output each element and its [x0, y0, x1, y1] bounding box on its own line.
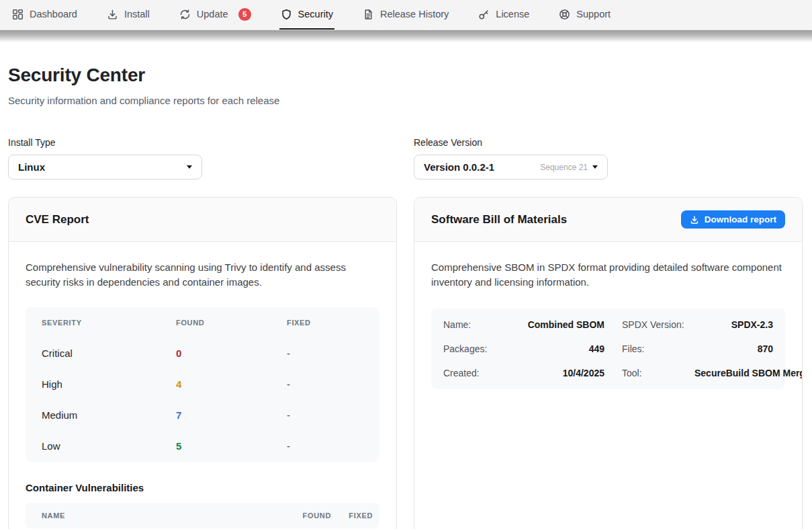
- fixed-count: -: [287, 348, 363, 359]
- cve-card-body: Comprehensive vulnerability scanning usi…: [9, 242, 396, 529]
- key-icon: [478, 9, 490, 20]
- table-row-medium: Medium 7 -: [26, 400, 379, 431]
- page-subtitle: Security information and compliance repo…: [8, 95, 803, 106]
- detail-value: SecureBuild SBOM Merger: [694, 368, 803, 378]
- table-row-low: Low 5 -: [26, 431, 379, 462]
- install-type-select[interactable]: Linux: [8, 155, 202, 179]
- release-version-value: Version 0.0.2-1: [424, 161, 494, 173]
- sequence-tag: Sequence 21: [540, 163, 588, 172]
- detail-label: SPDX Version:: [622, 319, 694, 330]
- install-type-filter: Install Type Linux: [8, 137, 397, 179]
- nav-tab-label: Dashboard: [30, 9, 77, 19]
- nav-tab-label: Release History: [380, 9, 449, 19]
- cards-row: CVE Report Comprehensive vulnerability s…: [8, 197, 803, 529]
- download-report-label: Download report: [705, 214, 776, 225]
- shield-icon: [281, 9, 292, 20]
- dashboard-icon: [12, 9, 24, 20]
- sbom-card-title: Software Bill of Materials: [431, 213, 567, 227]
- nav-tab-security[interactable]: Security: [279, 0, 334, 30]
- cve-description: Comprehensive vulnerability scanning usi…: [26, 260, 379, 290]
- severity-label: High: [42, 378, 176, 390]
- release-version-filter: Release Version Version 0.0.2-1 Sequence…: [414, 137, 803, 179]
- found-count: 0: [176, 348, 287, 359]
- table-row-high: High 4 -: [26, 369, 379, 400]
- release-version-select[interactable]: Version 0.0.2-1 Sequence 21: [414, 155, 608, 179]
- severity-table-header: SEVERITY FOUND FIXED: [26, 307, 379, 338]
- detail-value: 10/4/2025: [505, 368, 604, 378]
- nav-tab-support[interactable]: Support: [557, 0, 612, 30]
- column-header-fixed: FIXED: [287, 319, 363, 327]
- page-title: Security Center: [8, 65, 803, 86]
- container-vulnerabilities-table-header: NAME FOUND FIXED: [26, 503, 379, 528]
- cve-card-header: CVE Report: [9, 198, 396, 242]
- column-header-severity: SEVERITY: [42, 319, 176, 327]
- nav-tab-install[interactable]: Install: [105, 0, 151, 30]
- detail-label: Created:: [443, 368, 505, 378]
- chevron-down-icon: [187, 165, 192, 169]
- detail-label: Files:: [622, 343, 694, 354]
- download-icon: [107, 9, 118, 20]
- nav-tab-update[interactable]: Update 5: [178, 0, 253, 30]
- severity-label: Critical: [42, 348, 176, 359]
- sbom-card-header: Software Bill of Materials Download repo…: [414, 198, 802, 242]
- security-center-screen: Dashboard Install Update 5: [0, 0, 812, 529]
- sbom-details-table: Name: Combined SBOM SPDX Version: SPDX-2…: [431, 309, 785, 389]
- severity-label: Low: [42, 440, 176, 452]
- download-report-button[interactable]: Download report: [681, 210, 785, 229]
- sbom-row-name-spdx: Name: Combined SBOM SPDX Version: SPDX-2…: [443, 313, 773, 337]
- document-icon: [363, 9, 374, 20]
- detail-value: SPDX-2.3: [694, 319, 773, 330]
- release-version-label: Release Version: [414, 137, 803, 148]
- sbom-card: Software Bill of Materials Download repo…: [414, 197, 803, 529]
- refresh-icon: [179, 9, 191, 20]
- severity-table: SEVERITY FOUND FIXED Critical 0 - High 4: [26, 307, 379, 462]
- detail-label: Tool:: [622, 368, 694, 378]
- nav-tab-label: Update: [197, 9, 228, 19]
- column-header-found: FOUND: [176, 319, 287, 327]
- detail-value: 870: [694, 343, 773, 354]
- detail-value: 449: [505, 343, 604, 354]
- found-count: 5: [176, 440, 287, 452]
- cve-card-title: CVE Report: [26, 213, 89, 227]
- fixed-count: -: [287, 440, 363, 452]
- chevron-down-icon: [592, 165, 598, 169]
- fixed-count: -: [287, 378, 363, 390]
- fixed-count: -: [287, 409, 363, 421]
- download-icon: [690, 215, 699, 225]
- nav-tab-release-history[interactable]: Release History: [361, 0, 450, 30]
- column-header-name: NAME: [42, 512, 277, 520]
- nav-tab-label: Security: [298, 9, 333, 19]
- sbom-description: Comprehensive SBOM in SPDX format provid…: [431, 260, 785, 290]
- detail-value: Combined SBOM: [505, 319, 604, 330]
- nav-tab-dashboard[interactable]: Dashboard: [11, 0, 79, 30]
- detail-label: Name:: [443, 319, 505, 330]
- sbom-row-packages-files: Packages: 449 Files: 870: [443, 337, 773, 361]
- install-type-label: Install Type: [8, 137, 397, 148]
- nav-tab-label: License: [496, 9, 529, 19]
- cve-report-card: CVE Report Comprehensive vulnerability s…: [8, 197, 397, 529]
- sbom-row-created-tool: Created: 10/4/2025 Tool: SecureBuild SBO…: [443, 361, 773, 385]
- column-header-fixed: FIXED: [331, 512, 373, 520]
- severity-label: Medium: [42, 409, 176, 421]
- table-row-critical: Critical 0 -: [26, 338, 379, 369]
- install-type-value: Linux: [18, 161, 45, 173]
- column-header-found: FOUND: [277, 512, 331, 520]
- filters-row: Install Type Linux Release Version Versi…: [8, 137, 803, 179]
- nav-tab-label: Install: [124, 9, 150, 19]
- detail-label: Packages:: [443, 343, 505, 354]
- main-content: Security Center Security information and…: [0, 65, 812, 529]
- nav-tab-license[interactable]: License: [477, 0, 531, 30]
- life-buoy-icon: [559, 9, 570, 20]
- top-navigation: Dashboard Install Update 5: [0, 0, 812, 30]
- nav-tab-label: Support: [576, 9, 611, 19]
- found-count: 4: [176, 378, 287, 390]
- sbom-card-body: Comprehensive SBOM in SPDX format provid…: [414, 242, 802, 406]
- update-count-badge: 5: [238, 8, 251, 21]
- found-count: 7: [176, 409, 287, 421]
- container-vulnerabilities-title: Container Vulnerabilities: [26, 482, 379, 493]
- header-shadow: [0, 30, 812, 42]
